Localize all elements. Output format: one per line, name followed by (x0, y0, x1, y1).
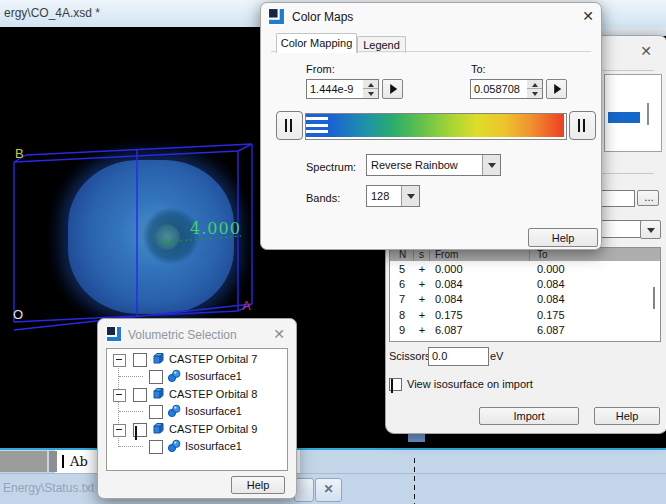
checkbox[interactable] (149, 440, 163, 454)
color-gradient-bar[interactable] (305, 113, 567, 140)
close-icon[interactable]: ✕ (579, 8, 597, 24)
close-icon[interactable]: ✕ (270, 326, 288, 342)
tree-connector (119, 411, 143, 412)
field-list-panel[interactable] (604, 74, 662, 152)
tree-collapse-icon[interactable] (113, 354, 126, 367)
checkbox[interactable] (133, 388, 147, 402)
bands-label: Bands: (306, 192, 340, 204)
table-row[interactable]: 5+ 0.0000.000 (390, 261, 660, 276)
spin-down-icon[interactable] (363, 88, 378, 98)
file-field-fragment[interactable] (600, 190, 635, 207)
scissors-label: Scissors: (389, 350, 434, 362)
browse-button[interactable]: … (637, 190, 659, 206)
measurement-value: 4.000 (190, 219, 241, 238)
dropdown-arrow-button[interactable] (640, 220, 661, 239)
table-row[interactable]: 7+ 0.0840.084 (390, 292, 660, 307)
scissors-unit: eV (490, 350, 503, 362)
tree-item-orbital-8[interactable]: CASTEP Orbital 8 (107, 386, 287, 403)
spectrum-label: Spectrum: (306, 161, 356, 173)
from-spinner[interactable] (363, 79, 379, 99)
dialog-title: Color Maps (292, 10, 353, 24)
tree-collapse-icon[interactable] (113, 389, 126, 402)
eigenvalue-table[interactable]: N s From To 5+ 0.0000.000 6+ 0.0840.084 … (389, 247, 661, 342)
main-window-title: ergy\CO_4A.xsd * (4, 6, 100, 20)
help-button[interactable]: Help (528, 228, 598, 247)
isosurface-icon (167, 439, 181, 453)
chevron-down-icon[interactable] (482, 155, 500, 175)
tree-connector (119, 376, 143, 377)
double-bar-icon (285, 119, 287, 132)
double-bar-icon (583, 119, 585, 132)
dialog-title: Volumetric Selection (128, 328, 237, 342)
text-cursor-icon (62, 455, 64, 468)
axis-label-b: B (15, 146, 24, 161)
help-button[interactable]: Help (231, 476, 285, 494)
app-logo-icon (268, 8, 285, 25)
clamp-left-button[interactable] (276, 111, 303, 140)
splitter-dashed-line[interactable] (414, 458, 415, 504)
bands-select[interactable]: 128 (366, 185, 420, 207)
ab-toolbar-label[interactable]: Ab (70, 454, 88, 469)
screen: ergy\CO_4A.xsd * B O A 4.000 Ab Energy\S… (0, 0, 666, 504)
isosurface-icon (167, 369, 181, 383)
status-window-title: Energy\Status.txt (3, 481, 94, 495)
list-scrollbar[interactable] (647, 103, 649, 125)
chevron-down-icon (647, 228, 655, 233)
view-isosurface-label: View isosurface on import (407, 378, 533, 390)
checkbox[interactable] (149, 405, 163, 419)
spectrum-select[interactable]: Reverse Rainbow (366, 154, 501, 176)
from-picker-button[interactable] (382, 79, 403, 99)
tree-item-isosurface[interactable]: Isosurface1 (107, 438, 287, 455)
orbital-cube-icon (151, 387, 165, 401)
checkbox[interactable] (149, 370, 163, 384)
double-bar-icon (290, 119, 292, 132)
table-row[interactable]: 8+ 0.1750.175 (390, 307, 660, 322)
to-picker-button[interactable] (546, 79, 567, 99)
import-button[interactable]: Import (479, 407, 579, 425)
tab-color-mapping[interactable]: Color Mapping (276, 33, 357, 53)
table-row[interactable]: 9+ 6.0876.087 (390, 323, 660, 338)
hscrollbar-thumb[interactable] (49, 451, 57, 472)
gradient-handle[interactable] (306, 114, 328, 137)
to-spinner[interactable] (527, 79, 543, 99)
hscrollbar-segment[interactable] (0, 451, 47, 472)
tree-item-orbital-9[interactable]: CASTEP Orbital 9 (107, 421, 287, 438)
to-input[interactable]: 0.058708 (470, 79, 529, 99)
tree-item-orbital-7[interactable]: CASTEP Orbital 7 (107, 351, 287, 368)
app-logo-icon (106, 326, 122, 342)
selected-list-item[interactable] (608, 112, 640, 123)
double-bar-icon (578, 119, 580, 132)
orbital-cube-icon (151, 422, 165, 436)
volumetric-tree[interactable]: CASTEP Orbital 7 Isosurface1 CASTEP Orbi… (106, 348, 288, 471)
clamp-right-button[interactable] (569, 111, 596, 140)
divider (596, 173, 654, 174)
tree-collapse-icon[interactable] (113, 424, 126, 437)
close-icon[interactable]: ✕ (636, 43, 656, 59)
tree-item-isosurface[interactable]: Isosurface1 (107, 368, 287, 385)
to-label: To: (471, 63, 486, 75)
from-label: From: (306, 63, 335, 75)
tree-connector (119, 446, 143, 447)
orbital-cube-icon (151, 352, 165, 366)
combo-field-fragment[interactable] (600, 220, 642, 238)
tree-item-isosurface[interactable]: Isosurface1 (107, 403, 287, 420)
table-scrollbar[interactable] (653, 287, 655, 309)
spin-down-icon[interactable] (527, 88, 542, 98)
chevron-down-icon[interactable] (401, 186, 419, 206)
divider (596, 70, 654, 71)
help-button[interactable]: Help (594, 407, 660, 425)
axis-label-a: A (242, 298, 251, 313)
arrow-right-icon (390, 84, 397, 94)
view-isosurface-checkbox[interactable] (389, 378, 402, 391)
color-maps-dialog: Color Maps ✕ Color Mapping Legend From: … (260, 2, 602, 250)
checkbox[interactable] (133, 353, 147, 367)
scissors-input[interactable]: 0.0 (428, 347, 489, 366)
checkbox-checked[interactable] (133, 423, 147, 437)
checkmark-icon (391, 379, 393, 393)
status-window-close-button[interactable]: ✕ (315, 478, 342, 502)
from-input[interactable]: 1.444e-9 (306, 79, 365, 99)
spectrum-gradient[interactable] (328, 114, 564, 137)
status-window-button[interactable] (294, 478, 314, 502)
arrow-right-icon (554, 84, 561, 94)
table-row[interactable]: 6+ 0.0840.084 (390, 276, 660, 291)
